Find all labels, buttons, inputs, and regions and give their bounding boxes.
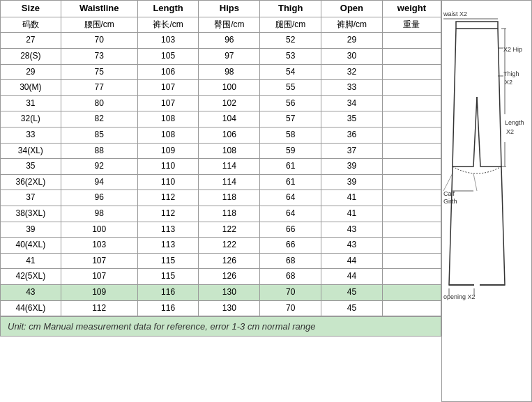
table-cell: 32(L) [1, 111, 61, 127]
table-cell: 52 [260, 33, 321, 49]
table-cell: 33 [321, 80, 383, 96]
table-cell: 57 [260, 111, 321, 127]
table-cell: 55 [260, 80, 321, 96]
table-cell: 105 [137, 49, 199, 65]
table-cell: 100 [199, 80, 260, 96]
table-cell: 68 [260, 269, 321, 285]
svg-text:Girth: Girth [443, 198, 457, 205]
table-cell: 103 [137, 33, 199, 49]
table-cell [382, 49, 441, 65]
table-cell: 73 [61, 49, 137, 65]
table-cell: 82 [61, 111, 137, 127]
table-cell: 107 [137, 95, 199, 111]
table-cell: 35 [321, 111, 383, 127]
table-cell: 100 [61, 222, 137, 238]
table-row: 35921101146139 [1, 159, 441, 175]
col-weight-cn: 重量 [382, 17, 441, 33]
table-cell [382, 127, 441, 144]
table-row: 37961121186441 [1, 190, 441, 206]
table-cell: 113 [137, 222, 199, 238]
hip-label: X2 Hip [503, 46, 522, 53]
table-cell: 85 [61, 127, 137, 144]
main-container: Size Waistline Length Hips Thigh Open we… [0, 0, 532, 402]
table-cell: 70 [61, 33, 137, 49]
col-waist-cn: 腰围/cm [61, 17, 137, 33]
table-cell: 39 [321, 174, 383, 190]
table-row: 2975106985432 [1, 64, 441, 80]
table-cell: 43 [321, 222, 383, 238]
table-cell: 98 [61, 206, 137, 222]
table-cell: 96 [61, 190, 137, 206]
table-cell: 75 [61, 64, 137, 80]
table-cell: 118 [199, 190, 260, 206]
table-cell: 106 [137, 64, 199, 80]
table-cell [382, 80, 441, 96]
table-cell: 32 [321, 64, 383, 80]
table-cell: 80 [61, 95, 137, 111]
table-cell [382, 269, 441, 285]
table-cell [382, 159, 441, 175]
col-waist-en: Waistline [61, 1, 137, 17]
col-hips-cn: 臀围/cm [199, 17, 260, 33]
table-cell: 33 [1, 127, 61, 144]
table-cell: 36(2XL) [1, 174, 61, 190]
table-cell: 44(6XL) [1, 300, 61, 316]
table-row: 42(5XL)1071151266844 [1, 269, 441, 285]
table-cell: 45 [321, 284, 383, 300]
diagram-section: waist X2 X2 Hip Thigh X2 Length X2 [441, 0, 532, 402]
table-cell: 112 [61, 300, 137, 316]
table-cell: 59 [260, 143, 321, 159]
table-cell: 64 [260, 206, 321, 222]
table-cell: 30(M) [1, 80, 61, 96]
table-section: Size Waistline Length Hips Thigh Open we… [0, 0, 441, 402]
table-row: 34(XL)881091085937 [1, 143, 441, 159]
table-cell: 118 [199, 206, 260, 222]
table-row: 40(4XL)1031131226643 [1, 238, 441, 254]
table-cell: 34 [321, 95, 383, 111]
table-cell: 103 [61, 238, 137, 254]
table-cell [382, 111, 441, 127]
table-cell: 36 [321, 127, 383, 144]
table-cell: 130 [199, 284, 260, 300]
table-cell: 122 [199, 222, 260, 238]
header-row-chinese: 码数 腰围/cm 裤长/cm 臀围/cm 腿围/cm 裤脚/cm 重量 [1, 17, 441, 33]
table-cell: 45 [321, 300, 383, 316]
table-row: 30(M)771071005533 [1, 80, 441, 96]
footer-note: Unit: cm Manual measurement data for ref… [0, 316, 441, 337]
table-cell: 122 [199, 238, 260, 254]
table-cell: 113 [137, 238, 199, 254]
table-row: 38(3XL)981121186441 [1, 206, 441, 222]
table-cell: 98 [199, 64, 260, 80]
table-cell: 58 [260, 127, 321, 144]
table-row: 44(6XL)1121161307045 [1, 300, 441, 316]
table-cell: 38(3XL) [1, 206, 61, 222]
table-cell [382, 206, 441, 222]
table-cell: 42(5XL) [1, 269, 61, 285]
table-cell [382, 284, 441, 300]
table-cell: 107 [61, 253, 137, 269]
opening-label: opening X2 [443, 293, 476, 300]
table-cell [382, 300, 441, 316]
table-cell: 37 [321, 143, 383, 159]
table-cell [382, 95, 441, 111]
table-cell: 94 [61, 174, 137, 190]
table-cell: 43 [321, 238, 383, 254]
header-row-english: Size Waistline Length Hips Thigh Open we… [1, 1, 441, 17]
table-cell: 116 [137, 284, 199, 300]
table-cell: 115 [137, 253, 199, 269]
table-cell [382, 143, 441, 159]
table-cell: 112 [137, 206, 199, 222]
table-cell: 61 [260, 174, 321, 190]
table-body: 277010396522928(S)7310597533029751069854… [1, 33, 441, 316]
svg-line-12 [443, 173, 453, 191]
table-cell: 66 [260, 238, 321, 254]
svg-text:X2: X2 [506, 128, 514, 135]
col-hips-en: Hips [199, 1, 260, 17]
table-cell: 40(4XL) [1, 238, 61, 254]
table-cell: 61 [260, 159, 321, 175]
table-cell [382, 33, 441, 49]
size-chart-table: Size Waistline Length Hips Thigh Open we… [0, 0, 441, 316]
table-cell: 102 [199, 95, 260, 111]
col-length-cn: 裤长/cm [137, 17, 199, 33]
col-size-cn: 码数 [1, 17, 61, 33]
